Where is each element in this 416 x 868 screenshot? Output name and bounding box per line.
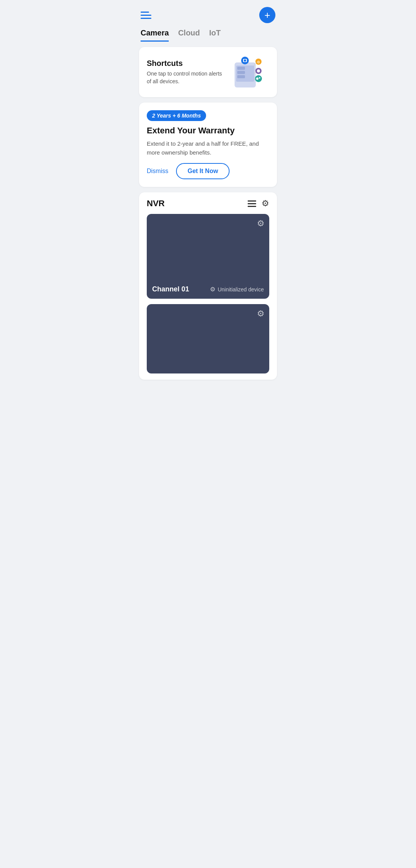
- channel-01-name: Channel 01: [152, 285, 189, 293]
- shortcuts-text: Shortcuts One tap to control motion aler…: [147, 59, 224, 85]
- warranty-badge: 2 Years + 6 Months: [147, 110, 206, 121]
- nvr-header: NVR ⚙: [147, 198, 269, 209]
- channel-02-settings-button[interactable]: ⚙: [257, 309, 265, 319]
- main-tabs: Camera Cloud IoT: [133, 29, 283, 42]
- status-gear-icon: ⚙: [210, 286, 215, 293]
- channel-01-footer: Channel 01 ⚙ Uninitialized device: [152, 285, 264, 293]
- dismiss-button[interactable]: Dismiss: [147, 168, 168, 175]
- svg-text:⊙: ⊙: [257, 60, 260, 64]
- channel-02-card[interactable]: ⚙: [147, 304, 269, 373]
- svg-rect-2: [237, 67, 245, 70]
- channel-01-card[interactable]: ⚙ Channel 01 ⚙ Uninitialized device: [147, 214, 269, 299]
- channel-01-status: ⚙ Uninitialized device: [210, 286, 264, 293]
- menu-button[interactable]: [141, 12, 151, 19]
- tab-camera[interactable]: Camera: [141, 29, 169, 42]
- app-header: +: [133, 0, 283, 27]
- warranty-card: 2 Years + 6 Months Extend Your Warranty …: [139, 103, 277, 187]
- tab-cloud[interactable]: Cloud: [178, 29, 200, 42]
- shortcuts-illustration: ⊙: [227, 55, 269, 89]
- main-content: Shortcuts One tap to control motion aler…: [133, 43, 283, 384]
- tab-iot[interactable]: IoT: [209, 29, 221, 42]
- svg-rect-3: [237, 71, 245, 74]
- svg-point-7: [244, 59, 246, 62]
- shortcuts-description: One tap to control motion alerts of all …: [147, 70, 224, 85]
- svg-point-14: [259, 77, 260, 79]
- svg-point-11: [257, 69, 260, 72]
- shortcuts-card: Shortcuts One tap to control motion aler…: [139, 47, 277, 97]
- nvr-controls: ⚙: [248, 198, 269, 209]
- channel-01-settings-button[interactable]: ⚙: [257, 219, 265, 229]
- warranty-actions: Dismiss Get It Now: [147, 163, 269, 179]
- get-it-now-button[interactable]: Get It Now: [176, 163, 230, 179]
- add-device-button[interactable]: +: [259, 7, 275, 23]
- nvr-card: NVR ⚙ ⚙ Channel 01 ⚙ Uninitialized devic…: [139, 192, 277, 380]
- channel-01-status-text: Uninitialized device: [218, 286, 264, 293]
- nvr-title: NVR: [147, 198, 164, 209]
- list-view-button[interactable]: [248, 200, 256, 207]
- shortcuts-title: Shortcuts: [147, 59, 224, 68]
- warranty-title: Extend Your Warranty: [147, 126, 269, 136]
- svg-rect-4: [237, 75, 245, 78]
- nvr-settings-button[interactable]: ⚙: [262, 198, 269, 209]
- svg-point-13: [256, 77, 258, 80]
- warranty-description: Extend it to 2-year and a half for FREE,…: [147, 140, 269, 157]
